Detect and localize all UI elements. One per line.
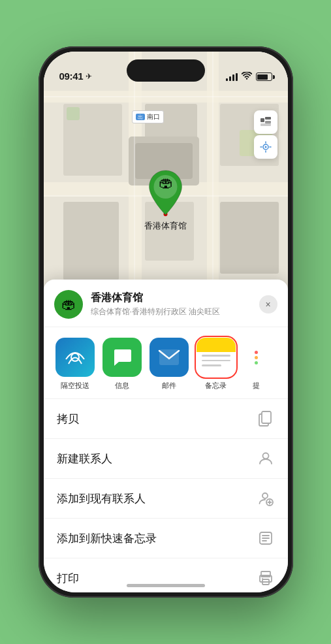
svg-rect-27 — [159, 349, 179, 365]
signal-bar-4 — [236, 73, 238, 81]
location-button[interactable] — [254, 135, 277, 159]
add-existing-label: 添加到现有联系人 — [57, 491, 146, 506]
battery-fill — [257, 74, 268, 80]
messages-icon — [102, 338, 142, 377]
signal-bars — [226, 73, 238, 81]
notes-label: 备忘录 — [205, 381, 227, 391]
map-controls — [254, 110, 277, 159]
print-label: 打印 — [57, 571, 79, 586]
airdrop-icon — [55, 338, 95, 377]
venue-pin-label: 香港体育馆 — [144, 220, 187, 232]
app-item-more[interactable]: 提 — [242, 338, 271, 391]
status-time: 09:41 — [59, 71, 84, 82]
home-indicator — [127, 584, 205, 587]
close-button[interactable]: × — [259, 295, 277, 314]
svg-rect-29 — [262, 411, 271, 423]
location-icon: ✈ — [86, 72, 92, 81]
svg-rect-21 — [265, 121, 271, 123]
south-gate-label: 出 南口 — [132, 110, 164, 123]
map-type-button[interactable] — [254, 110, 277, 134]
svg-rect-10 — [63, 202, 119, 280]
mail-label: 邮件 — [162, 381, 176, 391]
svg-point-42 — [262, 578, 263, 579]
svg-rect-13 — [67, 107, 80, 120]
dot-red — [255, 351, 258, 354]
south-gate-text: 南口 — [147, 112, 160, 121]
dots-column — [255, 351, 258, 364]
apps-row: 隔空投送 信息 — [44, 327, 288, 399]
messages-label: 信息 — [115, 381, 129, 391]
app-item-mail[interactable]: 邮件 — [148, 338, 190, 391]
new-contact-icon — [257, 449, 275, 468]
dynamic-island — [127, 59, 205, 82]
add-note-label: 添加到新快速备忘录 — [57, 531, 157, 546]
venue-icon: 🏟 — [54, 290, 83, 319]
action-copy[interactable]: 拷贝 — [44, 399, 288, 439]
airdrop-label: 隔空投送 — [61, 381, 89, 391]
add-note-icon — [257, 529, 275, 547]
app-item-notes[interactable]: 备忘录 — [195, 338, 237, 391]
action-add-note[interactable]: 添加到新快速备忘录 — [44, 519, 288, 558]
svg-point-24 — [264, 146, 266, 148]
status-icons — [226, 72, 272, 82]
wifi-icon — [242, 72, 252, 82]
copy-label: 拷贝 — [57, 411, 79, 427]
phone-screen: 09:41 ✈ — [44, 52, 288, 592]
signal-bar-3 — [232, 74, 234, 81]
dot-orange — [255, 356, 258, 359]
venue-title: 香港体育馆 — [91, 291, 259, 305]
svg-rect-20 — [265, 117, 271, 120]
action-print[interactable]: 打印 — [44, 558, 288, 592]
dot-green — [255, 361, 258, 364]
mail-icon — [150, 338, 189, 377]
more-icon — [242, 338, 271, 377]
south-gate-icon: 出 — [136, 114, 145, 120]
print-icon — [257, 569, 275, 587]
svg-point-30 — [262, 453, 268, 459]
signal-bar-2 — [229, 76, 231, 81]
venue-header: 🏟 香港体育馆 综合体育馆·香港特别行政区 油尖旺区 × — [44, 280, 288, 327]
add-existing-icon — [257, 489, 275, 507]
notes-icon — [197, 338, 236, 377]
signal-bar-1 — [226, 78, 228, 81]
venue-info: 香港体育馆 综合体育馆·香港特别行政区 油尖旺区 — [91, 291, 259, 317]
new-contact-label: 新建联系人 — [57, 451, 112, 466]
svg-point-31 — [262, 493, 268, 498]
app-item-messages[interactable]: 信息 — [101, 338, 143, 391]
phone-frame: 09:41 ✈ — [39, 46, 293, 598]
share-sheet: 🏟 香港体育馆 综合体育馆·香港特别行政区 油尖旺区 × — [44, 280, 288, 592]
venue-pin: 🏟 香港体育馆 — [144, 169, 187, 232]
app-item-airdrop[interactable]: 隔空投送 — [54, 338, 96, 391]
action-add-existing[interactable]: 添加到现有联系人 — [44, 479, 288, 519]
svg-rect-12 — [220, 202, 279, 274]
svg-rect-19 — [260, 118, 264, 122]
action-new-contact[interactable]: 新建联系人 — [44, 439, 288, 479]
copy-icon — [257, 410, 275, 428]
venue-subtitle: 综合体育馆·香港特别行政区 油尖旺区 — [91, 306, 259, 317]
more-label: 提 — [253, 381, 260, 391]
svg-rect-22 — [260, 123, 271, 126]
battery-icon — [256, 72, 272, 81]
